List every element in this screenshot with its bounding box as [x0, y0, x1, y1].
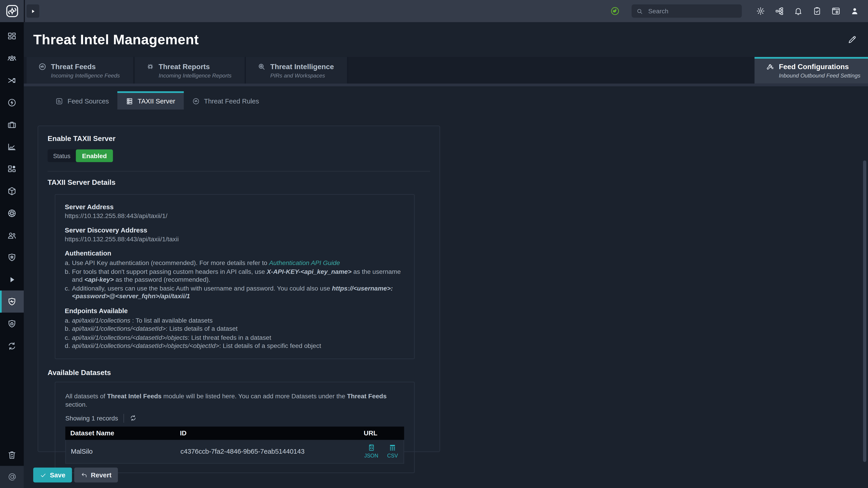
csv-grid-icon — [389, 444, 396, 451]
module-tab[interactable]: Threat Intelligence PIRs and Workspaces — [246, 57, 348, 84]
save-button[interactable]: Save — [33, 467, 72, 482]
table-row: MalSilo c4376ccb-7fa2-4846-9b65-7eab5144… — [65, 440, 404, 463]
recycle-icon — [7, 341, 17, 351]
health-status-icon[interactable] — [610, 6, 620, 16]
sub-tab-label: Threat Feed Rules — [204, 97, 259, 105]
sub-tab-label: Feed Sources — [68, 97, 109, 105]
endpoint-item: d.api/taxii/1/collections/<datasetId>/ob… — [65, 342, 405, 350]
url-download-action[interactable]: JSON — [364, 444, 378, 459]
gear-icon[interactable] — [756, 6, 765, 15]
vertical-scrollbar[interactable] — [863, 160, 866, 462]
users2-icon — [7, 230, 17, 240]
authentication-list: a.Use API Key authentication (recommende… — [65, 259, 405, 300]
discovery-address-label: Server Discovery Address — [65, 226, 405, 234]
status-label: Status — [48, 149, 76, 162]
flash-icon — [7, 98, 17, 107]
page-header: Threat Intel Management — [24, 22, 868, 48]
sidebar-item-web[interactable] — [0, 202, 24, 224]
play-icon — [30, 8, 36, 14]
shield-bug-icon — [7, 253, 17, 262]
taxii-details-box: Server Address https://10.132.255.88:443… — [55, 194, 414, 359]
server-address-label: Server Address — [65, 203, 405, 211]
sidebar-item-data-sync[interactable] — [0, 335, 24, 357]
inline-link[interactable]: Authentication API Guide — [269, 260, 340, 266]
target-pulse-icon — [192, 97, 199, 105]
sidebar-item-user-management[interactable] — [0, 224, 24, 246]
bell-icon[interactable] — [794, 6, 803, 15]
trash-sync-icon — [7, 450, 17, 459]
status-enabled-button[interactable]: Enabled — [76, 149, 113, 162]
check-icon — [40, 472, 46, 478]
app-window-gear-icon[interactable] — [831, 6, 840, 15]
sidebar-item-connections[interactable] — [0, 69, 24, 91]
user-icon[interactable] — [850, 6, 859, 15]
play-icon — [7, 275, 17, 284]
taxii-server-panel: Enable TAXII Server Status Enabled TAXII… — [38, 126, 440, 452]
sidebar-item-organization[interactable] — [0, 113, 24, 135]
search-icon — [636, 7, 643, 15]
sidebar-expand-button[interactable] — [27, 4, 39, 18]
module-tab[interactable]: Threat Feeds Incoming Intelligence Feeds — [27, 57, 134, 84]
sidebar-item-quick-actions[interactable] — [0, 91, 24, 113]
showing-records-text: Showing 1 records — [65, 415, 118, 421]
json-doc-icon — [367, 444, 375, 451]
tab-label: Feed Configurations — [779, 62, 849, 71]
tab-label: Threat Intelligence — [270, 62, 334, 71]
sub-tab[interactable]: TAXII Server — [117, 91, 183, 109]
sub-tab-label: TAXII Server — [138, 97, 175, 105]
sidebar-item-widgets[interactable] — [0, 158, 24, 180]
global-search[interactable] — [631, 4, 742, 18]
endpoints-list: a.api/taxii/1/collections : To list all … — [65, 316, 405, 350]
rss-icon — [55, 97, 63, 105]
section-divider — [48, 171, 430, 171]
tab-sublabel: Incoming Intelligence Reports — [159, 72, 232, 78]
taxii-details-heading: TAXII Server Details — [48, 179, 430, 186]
sub-tab[interactable]: Feed Sources — [47, 91, 117, 109]
sidebar-item-threat-intel-management[interactable] — [0, 291, 24, 313]
url-action-label: JSON — [364, 453, 378, 459]
tab-label: Threat Reports — [159, 62, 210, 71]
search-input[interactable] — [647, 7, 737, 15]
endpoint-item: a.api/taxii/1/collections : To list all … — [65, 316, 405, 324]
shield-pulse-icon — [7, 297, 17, 306]
discovery-address-value: https://10.132.255.88:443/api/taxii/1/ta… — [65, 236, 405, 243]
module-tab[interactable]: Threat Reports Incoming Intelligence Rep… — [134, 57, 246, 84]
server-stack-icon — [125, 97, 133, 105]
blocks-icon — [7, 164, 17, 173]
edit-title-button[interactable] — [847, 35, 857, 44]
revert-button[interactable]: Revert — [74, 467, 118, 482]
sidebar-item-threat-detection[interactable] — [0, 246, 24, 268]
dataset-name-cell: MalSilo — [66, 447, 176, 455]
sidebar-item-analytics[interactable] — [0, 135, 24, 158]
sidebar-item-trash[interactable] — [0, 444, 24, 466]
sub-tab[interactable]: Threat Feed Rules — [184, 91, 268, 109]
endpoints-heading: Endpoints Available — [65, 307, 405, 315]
search-gear-icon — [257, 62, 266, 71]
url-action-label: CSV — [387, 453, 398, 459]
main-content: Threat Intel Management Threat Feeds Inc… — [24, 22, 868, 488]
logo-sync-gear-icon — [5, 4, 19, 18]
url-download-action[interactable]: CSV — [387, 444, 398, 459]
refresh-button[interactable] — [130, 414, 137, 422]
page-title: Threat Intel Management — [33, 32, 199, 48]
sidebar-item-playbooks[interactable] — [0, 268, 24, 291]
tab-sublabel: Inbound Outbound Feed Settings — [779, 72, 868, 78]
sidebar-item-community[interactable] — [0, 47, 24, 69]
sidebar-item-mentions[interactable] — [0, 466, 24, 488]
server-address-value: https://10.132.255.88:443/api/taxii/1/ — [65, 213, 405, 220]
module-tab-feed-configurations[interactable]: Feed Configurations Inbound Outbound Fee… — [754, 57, 868, 84]
sidebar-item-asset-protection[interactable] — [0, 313, 24, 335]
feed-pulse-icon — [38, 62, 46, 71]
sidebar-item-components[interactable] — [0, 180, 24, 202]
topbar-right-cluster — [610, 4, 868, 18]
authentication-heading: Authentication — [65, 250, 405, 257]
org-chart-icon[interactable] — [775, 6, 784, 15]
sidebar-item-dashboard[interactable] — [0, 25, 24, 47]
datasets-box: All datasets of Threat Intel Feeds modul… — [55, 382, 414, 473]
app-logo[interactable] — [0, 4, 24, 18]
bug-icon — [146, 62, 154, 71]
datasets-table: Dataset NameIDURL MalSilo c4376ccb-7fa2-… — [65, 426, 404, 463]
tab-sublabel: PIRs and Workspaces — [270, 72, 334, 78]
cube-icon — [7, 186, 17, 196]
clipboard-check-icon[interactable] — [813, 6, 822, 15]
